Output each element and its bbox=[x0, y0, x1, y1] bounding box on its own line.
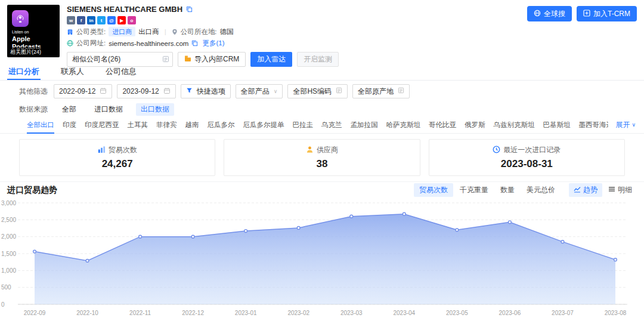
country-tab-8[interactable]: 巴拉圭 bbox=[293, 116, 314, 134]
instagram-icon[interactable]: o bbox=[128, 16, 136, 24]
hs-code-filter[interactable]: 全部HS编码 bbox=[287, 84, 348, 98]
globe-search-icon bbox=[534, 10, 541, 18]
website-label: 公司网址: bbox=[76, 39, 106, 48]
trend-line-icon bbox=[574, 186, 581, 195]
chevron-down-icon: ∨ bbox=[631, 122, 636, 128]
source-option-1[interactable]: 进口数据 bbox=[89, 103, 128, 116]
stats-cards: 贸易次数 24,267 供应商 38 最近一次进口记录 2023-08-31 bbox=[0, 134, 644, 181]
expand-list-icon[interactable] bbox=[162, 55, 169, 64]
apple-podcasts-icon bbox=[12, 10, 29, 27]
company-type-label: 公司类型: bbox=[76, 27, 106, 36]
building-icon bbox=[67, 29, 73, 35]
company-image[interactable]: Listen on Apple Podcasts 相关图片(24) bbox=[7, 5, 60, 57]
stat-label: 贸易次数 bbox=[98, 145, 137, 155]
country-tab-6[interactable]: 厄瓜多尔 bbox=[208, 116, 235, 134]
global-search-label: 全球搜 bbox=[544, 9, 565, 19]
company-info: SIEMENS HEALTHCARE GMBH wfint@▶o 公司类型: 进… bbox=[67, 5, 339, 57]
trend-section-title: 进口贸易趋势 bbox=[7, 185, 57, 196]
quick-options-button[interactable]: 快捷选项 bbox=[181, 84, 231, 98]
folder-icon bbox=[184, 55, 191, 64]
location-label: 公司所在地: bbox=[181, 27, 217, 36]
join-tcrm-button[interactable]: 加入T-CRM bbox=[577, 6, 637, 21]
linkedin-icon[interactable]: in bbox=[87, 16, 95, 24]
stat-label: 最近一次进口记录 bbox=[493, 145, 561, 155]
stat-card-suppliers: 供应商 38 bbox=[224, 139, 420, 176]
country-tab-12[interactable]: 哥伦比亚 bbox=[429, 116, 456, 134]
company-actions-row: 导入内部CRM 加入雷达 开启监测 bbox=[67, 52, 339, 67]
location-pin-icon bbox=[172, 29, 178, 35]
start-monitor-button[interactable]: 开启监测 bbox=[297, 52, 339, 67]
country-tab-9[interactable]: 乌克兰 bbox=[321, 116, 342, 134]
website-value[interactable]: siemens-healthineers.com bbox=[109, 40, 188, 47]
svg-text:2023-08: 2023-08 bbox=[605, 310, 627, 316]
bar-chart-icon bbox=[98, 146, 106, 155]
view-tab-trend[interactable]: 趋势 bbox=[569, 183, 602, 197]
more-link[interactable]: 更多(1) bbox=[202, 39, 224, 48]
product-filter-select[interactable]: 全部产品 ∨ bbox=[236, 84, 283, 98]
svg-text:500: 500 bbox=[1, 284, 11, 291]
svg-text:1,500: 1,500 bbox=[1, 251, 16, 257]
metric-tab-2[interactable]: 数量 bbox=[495, 183, 520, 197]
svg-text:3,000: 3,000 bbox=[1, 200, 16, 206]
exporter-tag[interactable]: 出口商 bbox=[138, 27, 159, 36]
metric-tab-1[interactable]: 千克重量 bbox=[454, 183, 494, 197]
quick-options-label: 快捷选项 bbox=[197, 87, 225, 97]
calendar-icon bbox=[163, 87, 171, 96]
detail-list-icon bbox=[608, 186, 615, 195]
twitter-icon[interactable]: t bbox=[97, 16, 106, 24]
related-images-overlay[interactable]: 相关图片(24) bbox=[7, 47, 60, 57]
country-tab-2[interactable]: 印度尼西亚 bbox=[85, 116, 119, 134]
country-tab-5[interactable]: 越南 bbox=[185, 116, 199, 134]
date-to-input[interactable]: 2023-09-12 bbox=[117, 84, 175, 98]
country-tab-3[interactable]: 土耳其 bbox=[128, 116, 148, 134]
country-tab-1[interactable]: 印度 bbox=[63, 116, 76, 134]
copy-website-icon[interactable] bbox=[191, 40, 198, 47]
company-website-row: 公司网址: siemens-healthineers.com 更多(1) bbox=[67, 39, 339, 48]
country-tabs-bar: 全部出口印度印度尼西亚土耳其菲律宾越南厄瓜多尔厄瓜多尔提单巴拉圭乌克兰孟加拉国哈… bbox=[0, 116, 644, 134]
metric-tab-0[interactable]: 贸易次数 bbox=[414, 183, 453, 197]
email-icon[interactable]: @ bbox=[107, 16, 116, 24]
source-option-2[interactable]: 出口数据 bbox=[136, 103, 174, 116]
country-tab-list: 全部出口印度印度尼西亚土耳其菲律宾越南厄瓜多尔厄瓜多尔提单巴拉圭乌克兰孟加拉国哈… bbox=[27, 116, 608, 134]
tab-import-analysis[interactable]: 进口分析 bbox=[7, 62, 41, 80]
origin-filter-value: 全部原产地 bbox=[358, 87, 394, 97]
company-header: Listen on Apple Podcasts 相关图片(24) SIEMEN… bbox=[0, 0, 644, 62]
country-tab-0[interactable]: 全部出口 bbox=[27, 116, 54, 134]
company-name-row: SIEMENS HEALTHCARE GMBH bbox=[67, 5, 339, 14]
country-tab-11[interactable]: 哈萨克斯坦 bbox=[386, 116, 421, 134]
global-search-button[interactable]: 全球搜 bbox=[527, 6, 572, 21]
listen-on-text: Listen on bbox=[12, 30, 29, 34]
list-select-icon bbox=[336, 87, 342, 95]
website-icon[interactable]: w bbox=[67, 16, 75, 24]
start-monitor-label: 开启监测 bbox=[304, 54, 332, 64]
date-from-input[interactable]: 2022-09-12 bbox=[54, 84, 112, 98]
trend-controls: 贸易次数千克重量数量美元总价 趋势 明细 bbox=[414, 183, 637, 197]
country-tab-16[interactable]: 墨西哥海运 bbox=[579, 116, 609, 134]
country-tab-15[interactable]: 巴基斯坦 bbox=[543, 116, 571, 134]
country-tab-13[interactable]: 俄罗斯 bbox=[465, 116, 485, 134]
importer-tag[interactable]: 进口商 bbox=[109, 27, 135, 36]
expand-button[interactable]: 展开 ∨ bbox=[615, 120, 636, 130]
view-tab-detail[interactable]: 明细 bbox=[603, 183, 637, 197]
header-actions: 全球搜 加入T-CRM bbox=[527, 6, 637, 21]
source-option-0[interactable]: 全部 bbox=[57, 103, 81, 116]
country-tab-7[interactable]: 厄瓜多尔提单 bbox=[243, 116, 284, 134]
list-select-icon bbox=[398, 87, 404, 95]
facebook-icon[interactable]: f bbox=[77, 16, 85, 24]
metric-tab-3[interactable]: 美元总价 bbox=[521, 183, 561, 197]
country-tab-4[interactable]: 菲律宾 bbox=[156, 116, 177, 134]
copy-company-name-icon[interactable] bbox=[186, 6, 193, 13]
stat-label: 供应商 bbox=[306, 145, 338, 155]
youtube-icon[interactable]: ▶ bbox=[117, 16, 126, 24]
similar-company-input[interactable] bbox=[67, 52, 173, 67]
origin-filter[interactable]: 全部原产地 bbox=[352, 84, 410, 98]
supplier-person-icon bbox=[306, 146, 314, 155]
globe-icon bbox=[67, 40, 73, 47]
trend-section-header: 进口贸易趋势 贸易次数千克重量数量美元总价 趋势 明细 bbox=[0, 181, 644, 198]
country-tab-10[interactable]: 孟加拉国 bbox=[351, 116, 378, 134]
country-tab-14[interactable]: 乌兹别克斯坦 bbox=[494, 116, 535, 134]
import-crm-button[interactable]: 导入内部CRM bbox=[178, 52, 246, 67]
svg-text:2,500: 2,500 bbox=[1, 217, 16, 223]
join-radar-button[interactable]: 加入雷达 bbox=[250, 52, 292, 67]
svg-text:2022-11: 2022-11 bbox=[129, 310, 151, 316]
